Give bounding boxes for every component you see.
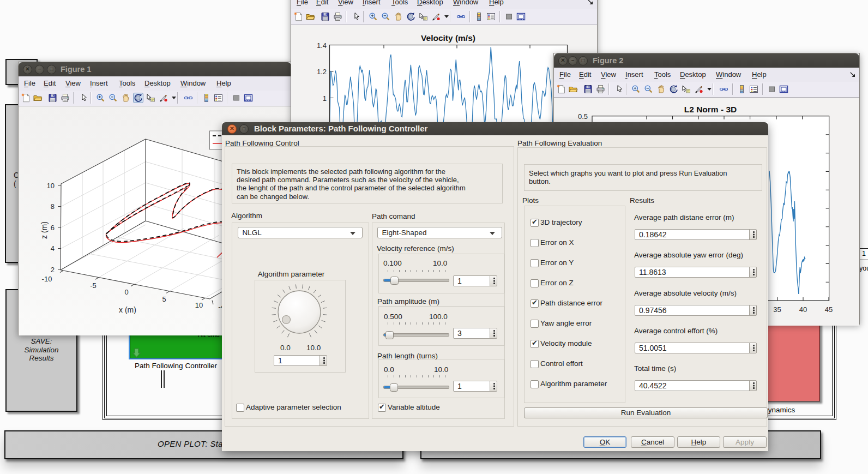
svg-text:45: 45 [825, 305, 833, 314]
svg-text:40: 40 [799, 305, 807, 314]
svg-text:2: 2 [51, 265, 55, 273]
svg-text:35: 35 [773, 305, 781, 314]
svg-text:4: 4 [51, 244, 55, 253]
svg-text:5: 5 [162, 295, 166, 303]
svg-text:-5: -5 [90, 281, 97, 290]
svg-text:0: 0 [124, 288, 128, 296]
svg-text:Velocity (m/s): Velocity (m/s) [421, 33, 475, 43]
svg-text:10: 10 [195, 301, 203, 309]
svg-text:8: 8 [51, 202, 55, 211]
svg-text:10: 10 [47, 181, 55, 189]
svg-text:6: 6 [51, 223, 55, 231]
svg-text:L2 Norm - 3D: L2 Norm - 3D [684, 105, 737, 114]
svg-text:1.2: 1.2 [317, 68, 327, 76]
svg-text:1: 1 [323, 94, 327, 103]
svg-text:x (m): x (m) [119, 305, 136, 314]
svg-text:1.4: 1.4 [317, 41, 327, 50]
svg-text:-10: -10 [42, 275, 52, 283]
svg-text:z (m): z (m) [40, 221, 49, 239]
svg-text:0.5: 0.5 [578, 112, 588, 121]
